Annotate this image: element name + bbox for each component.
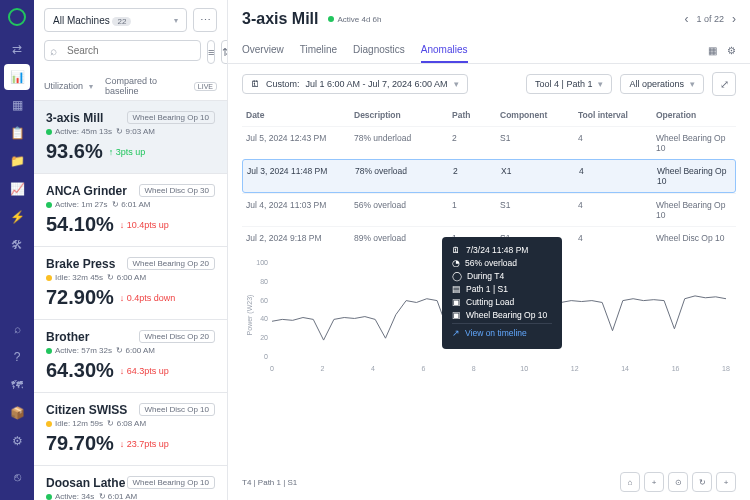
machine-card[interactable]: BrotherWheel Disc Op 20Active: 57m 32s ↻… (34, 320, 227, 393)
svg-text:14: 14 (621, 365, 629, 372)
rail-item[interactable]: 📁 (4, 148, 30, 174)
rail-item[interactable]: ? (4, 344, 30, 370)
svg-text:60: 60 (260, 297, 268, 304)
more-button[interactable]: ⋯ (193, 8, 217, 32)
utilization-label[interactable]: Utilization (44, 81, 83, 91)
chevron-down-icon: ▾ (174, 16, 178, 25)
svg-text:12: 12 (571, 365, 579, 372)
chevron-down-icon: ▾ (454, 79, 459, 89)
svg-text:100: 100 (256, 259, 268, 266)
date-range-select[interactable]: 🗓 Custom: Jul 1 6:00 AM - Jul 7, 2024 6:… (242, 74, 468, 94)
rail-item[interactable]: 📦 (4, 400, 30, 426)
table-row[interactable]: Jul 4, 2024 11:03 PM56% overload1S14Whee… (242, 193, 736, 226)
sort-button[interactable]: ⇅ (221, 40, 228, 64)
svg-text:4: 4 (371, 365, 375, 372)
machine-card[interactable]: ANCA GrinderWheel Disc Op 30Active: 1m 2… (34, 174, 227, 247)
svg-text:0: 0 (264, 353, 268, 360)
svg-text:80: 80 (260, 278, 268, 285)
anomaly-table: DateDescriptionPathComponentTool interva… (228, 104, 750, 249)
clock-icon: ◔ (452, 258, 460, 268)
svg-text:20: 20 (260, 334, 268, 341)
tab-diagnostics[interactable]: Diagnostics (353, 38, 405, 63)
svg-text:8: 8 (472, 365, 476, 372)
machine-card[interactable]: 3-axis MillWheel Bearing Op 10Active: 45… (34, 101, 227, 174)
settings-icon[interactable]: ⚙ (727, 45, 736, 56)
filter-button[interactable]: ≡ (207, 40, 215, 64)
svg-text:6: 6 (421, 365, 425, 372)
rail-item[interactable]: ⇄ (4, 36, 30, 62)
rail-item[interactable]: 📈 (4, 176, 30, 202)
table-row[interactable]: Jul 5, 2024 12:43 PM78% underload2S14Whe… (242, 126, 736, 159)
logo-icon (8, 8, 26, 26)
machine-card[interactable]: Brake PressWheel Bearing Op 20Idle: 32m … (34, 247, 227, 320)
machine-list: 3-axis MillWheel Bearing Op 10Active: 45… (34, 101, 227, 500)
compared-label: Compared to baseline (105, 76, 188, 96)
main-panel: 3-axis Mill Active 4d 6h ‹ 1 of 22 › Ove… (228, 0, 750, 500)
svg-text:0: 0 (270, 365, 274, 372)
rail-item[interactable]: ⚙ (4, 428, 30, 454)
rail-item[interactable]: ⌕ (4, 316, 30, 342)
tab-overview[interactable]: Overview (242, 38, 284, 63)
rail-item[interactable]: ▦ (4, 92, 30, 118)
tool-select[interactable]: Tool 4 | Path 1▾ (526, 74, 612, 94)
next-button[interactable]: › (732, 12, 736, 26)
page-title: 3-axis Mill (242, 10, 318, 28)
nav-rail: ⇄📊▦📋📁📈⚡🛠 ⌕?🗺📦⚙ ⎋ (0, 0, 34, 500)
machine-card[interactable]: Citizen SWISSWheel Disc Op 10Idle: 12m 5… (34, 393, 227, 466)
table-row[interactable]: Jul 3, 2024 11:48 PM78% overload2X14Whee… (242, 159, 736, 193)
prev-button[interactable]: ‹ (684, 12, 688, 26)
zoom-in-button[interactable]: + (644, 472, 664, 492)
add-button[interactable]: + (716, 472, 736, 492)
expand-button[interactable]: ⤢ (712, 72, 736, 96)
chart-area: 🗓7/3/24 11:48 PM ◔56% overload ◯During T… (242, 255, 736, 468)
chart-footer-label: T4 | Path 1 | S1 (242, 478, 297, 487)
zoom-reset-button[interactable]: ⊙ (668, 472, 688, 492)
home-button[interactable]: ⌂ (620, 472, 640, 492)
chart-tooltip: 🗓7/3/24 11:48 PM ◔56% overload ◯During T… (442, 237, 562, 349)
tab-timeline[interactable]: Timeline (300, 38, 337, 63)
search-input[interactable] (44, 40, 201, 61)
ops-select[interactable]: All operations▾ (620, 74, 704, 94)
svg-text:16: 16 (672, 365, 680, 372)
svg-text:Power (W23): Power (W23) (246, 295, 254, 336)
svg-text:2: 2 (320, 365, 324, 372)
tab-anomalies[interactable]: Anomalies (421, 38, 468, 63)
grid-view-icon[interactable]: ▦ (708, 45, 717, 56)
rail-item[interactable]: 📋 (4, 120, 30, 146)
live-badge: LIVE (194, 82, 217, 91)
logout-icon[interactable]: ⎋ (4, 464, 30, 490)
machine-card[interactable]: Doosan LatheWheel Bearing Op 10Active: 3… (34, 466, 227, 500)
rail-item[interactable]: ⚡ (4, 204, 30, 230)
rail-item[interactable]: 🗺 (4, 372, 30, 398)
svg-text:10: 10 (520, 365, 528, 372)
svg-text:40: 40 (260, 315, 268, 322)
view-timeline-link[interactable]: ↗View on timeline (452, 323, 552, 338)
status-text: Active 4d 6h (337, 15, 381, 24)
calendar-icon: 🗓 (251, 79, 260, 89)
calendar-icon: 🗓 (452, 245, 461, 255)
machines-select[interactable]: All Machines 22 ▾ (44, 8, 187, 32)
pager: ‹ 1 of 22 › (684, 12, 736, 26)
refresh-button[interactable]: ↻ (692, 472, 712, 492)
rail-item[interactable]: 📊 (4, 64, 30, 90)
svg-text:18: 18 (722, 365, 730, 372)
rail-item[interactable]: 🛠 (4, 232, 30, 258)
sidebar: All Machines 22 ▾ ⋯ ≡ ⇅ Utilization▾ Com… (34, 0, 228, 500)
